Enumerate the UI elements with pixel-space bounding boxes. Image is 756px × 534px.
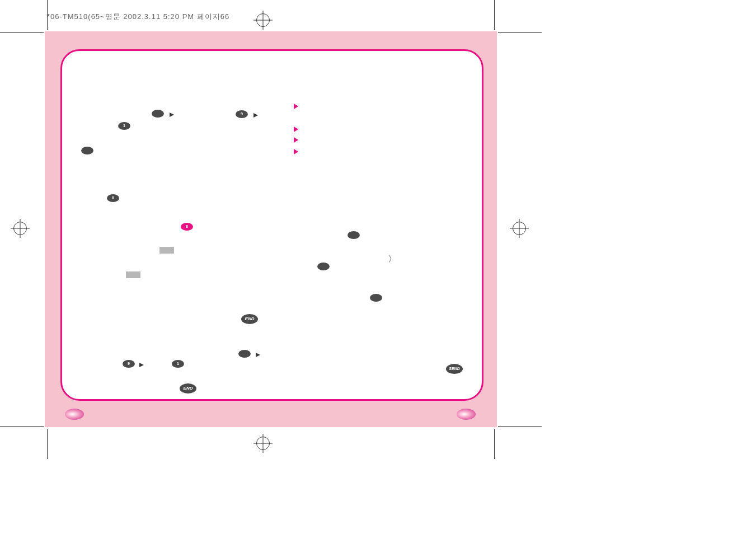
phone-key-icon: 9 (236, 110, 248, 118)
crop-mark (494, 0, 495, 30)
page-canvas: *06-TM510(65~영문 2002.3.11 5:20 PM 페이지66 … (0, 0, 756, 534)
crop-mark (0, 426, 44, 427)
page-tab-icon (65, 409, 84, 420)
phone-key-icon: 0 (107, 194, 119, 202)
registration-mark-icon (256, 13, 270, 27)
registration-mark-icon (13, 222, 27, 235)
registration-mark-icon (513, 222, 526, 235)
phone-key-icon (370, 294, 382, 302)
arrow-right-icon (256, 353, 260, 357)
end-key-icon: END (180, 383, 196, 394)
arrow-right-icon (139, 363, 144, 367)
arrow-right-icon (170, 113, 174, 117)
phone-key-icon (317, 263, 330, 270)
send-key-icon: SEND (446, 364, 463, 374)
registration-mark-icon (256, 437, 270, 450)
highlight-box (159, 247, 174, 254)
crop-mark (498, 426, 542, 427)
crop-mark (47, 429, 48, 459)
crop-mark (0, 32, 44, 33)
phone-key-icon: 1 (118, 122, 130, 130)
arrow-right-icon (253, 113, 258, 118)
phone-key-icon (81, 147, 93, 154)
crop-mark (498, 32, 542, 33)
bullet-triangle-icon (294, 104, 298, 109)
phone-key-icon: 8 (181, 223, 193, 231)
content-panel: 9 1 0 8 〉 END 9 1 END SEND (60, 49, 483, 401)
crop-mark (494, 429, 495, 459)
angle-right-icon: 〉 (389, 254, 392, 263)
crop-mark (47, 0, 48, 30)
end-key-icon: END (241, 314, 258, 324)
page-tab-icon (457, 409, 476, 420)
phone-key-icon: 1 (172, 360, 184, 368)
phone-key-icon (238, 350, 251, 358)
print-slug: *06-TM510(65~영문 2002.3.11 5:20 PM 페이지66 (47, 12, 229, 22)
bullet-triangle-icon (294, 149, 298, 154)
highlight-box (126, 271, 140, 278)
phone-key-icon (348, 231, 360, 239)
phone-key-icon: 9 (123, 360, 135, 368)
bullet-triangle-icon (294, 127, 298, 132)
phone-key-icon (152, 110, 164, 118)
bullet-triangle-icon (294, 137, 298, 143)
